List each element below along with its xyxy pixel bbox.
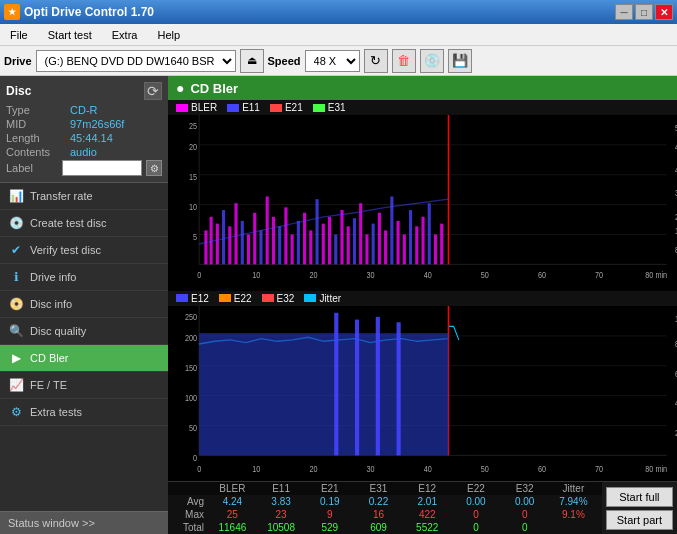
drive-info-icon: ℹ bbox=[8, 269, 24, 285]
close-button[interactable]: ✕ bbox=[655, 4, 673, 20]
svg-rect-33 bbox=[234, 203, 237, 264]
upper-chart-svg: 5 10 15 20 25 0 10 20 30 40 50 60 70 80 … bbox=[168, 115, 677, 291]
sidebar-item-create-test-disc[interactable]: 💿 Create test disc bbox=[0, 210, 168, 237]
stats-avg-label: Avg bbox=[172, 496, 208, 507]
sidebar-item-drive-info[interactable]: ℹ Drive info bbox=[0, 264, 168, 291]
svg-text:40: 40 bbox=[424, 462, 432, 473]
stats-section: BLER E11 E21 E31 E12 E22 E32 Jitter Avg … bbox=[168, 481, 677, 534]
svg-text:30: 30 bbox=[367, 462, 375, 473]
disc-length-row: Length 45:44.14 bbox=[6, 132, 162, 144]
start-part-button[interactable]: Start part bbox=[606, 510, 673, 530]
menu-file[interactable]: File bbox=[4, 27, 34, 43]
menu-help[interactable]: Help bbox=[151, 27, 186, 43]
sidebar-item-extra-tests[interactable]: ⚙ Extra tests bbox=[0, 399, 168, 426]
svg-rect-41 bbox=[284, 207, 287, 264]
legend-e12-color bbox=[176, 294, 188, 302]
svg-text:10: 10 bbox=[189, 201, 197, 212]
legend-e31-color bbox=[313, 104, 325, 112]
sidebar: Disc ⟳ Type CD-R MID 97m26s66f Length 45… bbox=[0, 76, 168, 534]
svg-rect-37 bbox=[259, 230, 262, 264]
sidebar-item-cd-bler[interactable]: ▶ CD Bler bbox=[0, 345, 168, 372]
svg-text:50: 50 bbox=[189, 421, 197, 432]
sidebar-label-cd-bler: CD Bler bbox=[30, 352, 69, 364]
status-window-button[interactable]: Status window >> bbox=[0, 511, 168, 534]
stats-max-e11: 23 bbox=[257, 509, 306, 520]
svg-text:0: 0 bbox=[197, 462, 201, 473]
stats-max-bler: 25 bbox=[208, 509, 257, 520]
refresh-button[interactable]: ↻ bbox=[364, 49, 388, 73]
stats-total-e21: 529 bbox=[305, 522, 354, 533]
sidebar-label-transfer-rate: Transfer rate bbox=[30, 190, 93, 202]
svg-rect-32 bbox=[228, 226, 231, 264]
drive-select[interactable]: (G:) BENQ DVD DD DW1640 BSRB bbox=[36, 50, 236, 72]
legend-e11: E11 bbox=[227, 102, 260, 113]
start-full-button[interactable]: Start full bbox=[606, 487, 673, 507]
svg-text:0: 0 bbox=[197, 269, 201, 280]
label-settings-button[interactable]: ⚙ bbox=[146, 160, 162, 176]
svg-rect-52 bbox=[353, 218, 356, 264]
minimize-button[interactable]: ─ bbox=[615, 4, 633, 20]
stats-total-e31: 609 bbox=[354, 522, 403, 533]
legend-bler-color bbox=[176, 104, 188, 112]
stats-max-e32: 0 bbox=[500, 509, 549, 520]
disc-mid-label: MID bbox=[6, 118, 66, 130]
svg-rect-66 bbox=[440, 224, 443, 265]
svg-rect-49 bbox=[334, 234, 337, 264]
legend-e11-color bbox=[227, 104, 239, 112]
maximize-button[interactable]: □ bbox=[635, 4, 653, 20]
disc-contents-row: Contents audio bbox=[6, 146, 162, 158]
extra-tests-icon: ⚙ bbox=[8, 404, 24, 420]
sidebar-item-fe-te[interactable]: 📈 FE / TE bbox=[0, 372, 168, 399]
menu-extra[interactable]: Extra bbox=[106, 27, 144, 43]
legend-jitter-label: Jitter bbox=[319, 293, 341, 304]
svg-rect-60 bbox=[403, 234, 406, 264]
svg-text:20: 20 bbox=[189, 141, 197, 152]
disc-contents-value: audio bbox=[70, 146, 97, 158]
sidebar-item-disc-quality[interactable]: 🔍 Disc quality bbox=[0, 318, 168, 345]
svg-rect-64 bbox=[428, 203, 431, 264]
legend-e31-label: E31 bbox=[328, 102, 346, 113]
eject-button[interactable]: ⏏ bbox=[240, 49, 264, 73]
status-window-label: Status window >> bbox=[8, 517, 95, 529]
content-area: ● CD Bler BLER E11 bbox=[168, 76, 677, 534]
menu-start-test[interactable]: Start test bbox=[42, 27, 98, 43]
disc-label-input[interactable] bbox=[62, 160, 142, 176]
disc-header: Disc ⟳ bbox=[6, 82, 162, 100]
disc-mid-row: MID 97m26s66f bbox=[6, 118, 162, 130]
sidebar-item-transfer-rate[interactable]: 📊 Transfer rate bbox=[0, 183, 168, 210]
disc-refresh-button[interactable]: ⟳ bbox=[144, 82, 162, 100]
drive-label: Drive bbox=[4, 55, 32, 67]
stats-header-e11: E11 bbox=[257, 483, 306, 494]
svg-rect-96 bbox=[355, 319, 359, 455]
app-title: Opti Drive Control 1.70 bbox=[24, 5, 154, 19]
svg-text:30: 30 bbox=[367, 269, 375, 280]
disc-length-label: Length bbox=[6, 132, 66, 144]
svg-text:10: 10 bbox=[252, 269, 260, 280]
svg-text:20: 20 bbox=[309, 462, 317, 473]
erase-button[interactable]: 🗑 bbox=[392, 49, 416, 73]
sidebar-item-verify-test-disc[interactable]: ✔ Verify test disc bbox=[0, 237, 168, 264]
save-button[interactable]: 💾 bbox=[448, 49, 472, 73]
stats-total-e32: 0 bbox=[500, 522, 549, 533]
burn-button[interactable]: 💿 bbox=[420, 49, 444, 73]
disc-label-row: Label ⚙ bbox=[6, 160, 162, 176]
speed-select[interactable]: 48 X bbox=[305, 50, 360, 72]
svg-rect-97 bbox=[376, 316, 380, 454]
stats-header-e32: E32 bbox=[500, 483, 549, 494]
svg-rect-95 bbox=[334, 312, 338, 455]
svg-rect-57 bbox=[384, 230, 387, 264]
svg-rect-50 bbox=[340, 210, 343, 264]
stats-total-label: Total bbox=[172, 522, 208, 533]
svg-text:15: 15 bbox=[189, 171, 197, 182]
stats-avg-bler: 4.24 bbox=[208, 496, 257, 507]
disc-type-label: Type bbox=[6, 104, 66, 116]
legend-bler: BLER bbox=[176, 102, 217, 113]
svg-rect-42 bbox=[291, 234, 294, 264]
svg-text:60: 60 bbox=[538, 462, 546, 473]
transfer-rate-icon: 📊 bbox=[8, 188, 24, 204]
stats-max-label: Max bbox=[172, 509, 208, 520]
speed-label: Speed bbox=[268, 55, 301, 67]
chart-header: ● CD Bler bbox=[168, 76, 677, 100]
svg-rect-31 bbox=[222, 210, 225, 264]
sidebar-item-disc-info[interactable]: 📀 Disc info bbox=[0, 291, 168, 318]
